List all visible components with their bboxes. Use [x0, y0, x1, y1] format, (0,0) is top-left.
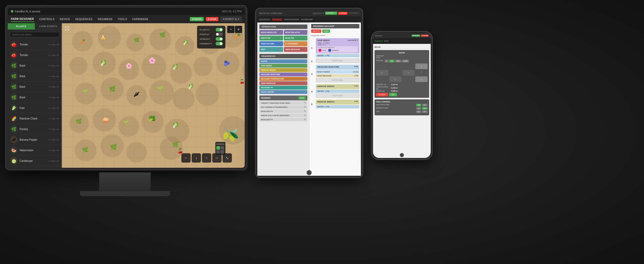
farmbot-select[interactable]: FARMBOT XL ▾: [221, 17, 242, 21]
plants-toggle[interactable]: [216, 28, 223, 31]
seq-item-measure-moisture[interactable]: MEASURE MOISTURE›: [259, 73, 307, 76]
list-item[interactable]: 🍅 Tomato 42 days old: [8, 39, 62, 50]
drop-here-2[interactable]: DROP HERE: [316, 59, 359, 63]
nav-tools[interactable]: TOOLS: [118, 17, 127, 22]
phone-estop-button[interactable]: E-STOP: [421, 35, 429, 37]
list-item[interactable]: 🌶 Banana Pepper 42 days old: [8, 134, 62, 145]
z-down-button[interactable]: ↓: [415, 76, 428, 82]
tablet-synced-button[interactable]: SYNCED ✓: [325, 12, 337, 15]
t-nav-sequences[interactable]: SEQUENCES: [259, 19, 270, 20]
regimen-item-blueberries[interactable]: AMEND SOIL FOR BLUEBERRIES✎: [259, 114, 307, 117]
op-move-absolute[interactable]: MOVE ABSOLUTE ›: [259, 30, 283, 35]
list-item[interactable]: 🌿 Basil 42 days old: [8, 92, 62, 103]
phone-home-button[interactable]: [400, 153, 404, 157]
origin-dot-tl[interactable]: [216, 146, 220, 150]
spread-toggle[interactable]: [216, 37, 223, 41]
save-regimen-button[interactable]: SAVE: [322, 29, 330, 33]
list-item[interactable]: 🍅 Tomato 42 days old: [8, 50, 62, 60]
list-item[interactable]: 🥬 Kale 42 days old: [8, 103, 62, 113]
vacuum-off-button[interactable]: OFF: [422, 104, 428, 106]
water-on-button[interactable]: ON: [416, 107, 421, 110]
list-item[interactable]: 🍉 Watermelon 42 days old: [8, 145, 62, 156]
synced-button[interactable]: SYNCED: [190, 17, 204, 21]
nav-farm-designer[interactable]: FARM DESIGNER: [11, 17, 34, 22]
move-right-button[interactable]: →: [402, 70, 415, 76]
seq-item-sow-seeds[interactable]: SOW SEEDS›: [259, 64, 307, 68]
zoom-out-button[interactable]: −: [227, 26, 234, 33]
nav-farmware[interactable]: FARMWARE: [132, 17, 148, 22]
regimen-item-measure-ph[interactable]: MEASURE PH✎: [259, 109, 307, 113]
arrow-left-button[interactable]: ←: [181, 153, 191, 163]
nav-controls[interactable]: CONTROLS: [39, 17, 55, 22]
list-item[interactable]: 🌈 Rainbow Chard 42 days old: [8, 113, 62, 124]
nav-sequences[interactable]: SEQUENCES: [75, 17, 92, 22]
p-nav-dashboard[interactable]: Dashboard: [375, 40, 383, 42]
op-wait[interactable]: WAIT ›: [259, 47, 283, 52]
led-off-button[interactable]: OFF: [422, 110, 428, 113]
list-item[interactable]: 🌿 Parsley 42 days old: [8, 124, 62, 134]
tablet-nav-sequences[interactable]: SEQUENCES: [313, 12, 324, 14]
phone-go-button[interactable]: GO: [389, 93, 397, 96]
move-left-button[interactable]: ←: [376, 70, 388, 76]
tab-plants[interactable]: PLANTS: [8, 23, 35, 29]
op-move-relative[interactable]: MOVE RELATIVE ›: [284, 30, 308, 35]
op-send-message[interactable]: SEND MESSAGE ›: [284, 47, 308, 52]
nav-regimens[interactable]: REGIMENS: [98, 17, 112, 22]
nav-device[interactable]: DEVICE: [60, 17, 70, 22]
regimen-item-cherry-tomatoes[interactable]: CHERRY TOMATOES FROM SEED✎: [259, 101, 307, 105]
zoom-in-button[interactable]: +: [235, 26, 242, 33]
list-item[interactable]: 🌿 Basil 42 days old: [8, 60, 62, 71]
drop-here-3[interactable]: DROP HERE: [316, 78, 359, 82]
tablet-home-button[interactable]: [307, 170, 312, 175]
regimen-item-strawberries[interactable]: DRY FARMED STRAWBERRIES✎: [259, 105, 307, 109]
led-on-button[interactable]: ON: [416, 110, 421, 113]
farm-canvas[interactable]: 🥕 🍌 🌿 🌿 🥬 🥕 🥕 🥕 🥕 🫐 🥕 🥬 🌸 🌸: [62, 23, 245, 168]
op-take-picture[interactable]: TAKE PICTURE ›: [259, 41, 283, 46]
tab-farm-events[interactable]: FARM EVENTS: [35, 23, 62, 29]
arrow-right-button[interactable]: →: [212, 153, 222, 163]
seq-item-heavy-water[interactable]: HEAVY WATER›: [259, 90, 307, 94]
t-nav-regimens[interactable]: REGIMENS: [272, 18, 282, 20]
seq-item-send-message[interactable]: SEND MESSAGE›: [259, 81, 307, 85]
origin-dot-tr[interactable]: [221, 146, 224, 150]
arrow-up-button[interactable]: ↑: [202, 153, 211, 163]
amount-1-button[interactable]: 1: [385, 60, 389, 62]
p-nav-sequences[interactable]: MOVE: [384, 40, 389, 42]
tablet-account[interactable]: ACCOUNT ▾: [349, 12, 359, 14]
phone-synced-button[interactable]: SYNCED: [412, 35, 420, 37]
seq-item-remove-weeds[interactable]: REMOVE WEEDS›: [259, 68, 307, 72]
list-item[interactable]: 🌿 Basil 42 days old: [8, 82, 62, 92]
op-write-pin[interactable]: WRITE PIN ›: [259, 36, 283, 41]
fullscreen-button[interactable]: ⤡: [223, 153, 232, 163]
op-read-pin[interactable]: READ PIN ›: [284, 36, 308, 41]
seq-item-measure-temp[interactable]: MEASURE TEMPERATURE›: [259, 77, 307, 81]
phone-estop-button[interactable]: E-STOP: [376, 93, 388, 96]
tablet-estop-button[interactable]: E-STOP: [338, 12, 348, 15]
amount-1000-button[interactable]: 1,000: [402, 60, 409, 62]
search-input[interactable]: [10, 32, 60, 37]
seq-item-measure-ph[interactable]: MEASURE PH›: [259, 86, 307, 90]
drop-here-4[interactable]: DROP HERE: [316, 93, 359, 98]
list-item[interactable]: 🌿 Basil 42 days old: [8, 71, 62, 82]
points-toggle[interactable]: [216, 33, 223, 36]
step-card-sow-seeds: SOW SEEDS 10:30 AM ⚙ ✕ TIME: 10:30am TIM…: [316, 38, 359, 53]
z-up-button[interactable]: ↑: [415, 63, 428, 69]
plant-sprite: 🫒: [222, 126, 239, 142]
arrow-down-button[interactable]: ↓: [192, 153, 201, 163]
regimen-item-measure-ph-2[interactable]: MEASURE PH✎: [259, 118, 307, 121]
op-if-statement[interactable]: IF STATEMENT ›: [284, 41, 308, 46]
t-nav-dashboard[interactable]: DASHBOARD: [301, 19, 313, 20]
move-down-button[interactable]: ↓: [389, 76, 402, 82]
t-nav-farm-designer[interactable]: FARM DESIGNER: [284, 19, 299, 20]
seq-item-water[interactable]: WATER›: [259, 59, 307, 63]
water-off-button[interactable]: OFF: [422, 107, 428, 110]
amount-100-button[interactable]: 100: [395, 60, 401, 62]
estop-button[interactable]: E-STOP: [206, 17, 218, 21]
add-regimen-button[interactable]: ADD: [298, 96, 306, 100]
amount-10-button[interactable]: 10: [389, 60, 394, 62]
list-item[interactable]: 🌶 Jalapeño +: [8, 166, 62, 168]
farmbot-toggle[interactable]: [216, 42, 223, 45]
vacuum-on-button[interactable]: ON: [416, 104, 421, 106]
delete-regimen-button[interactable]: DELETE: [311, 29, 321, 33]
list-item[interactable]: 🍈 Cantaloupe 42 days old: [8, 156, 62, 166]
